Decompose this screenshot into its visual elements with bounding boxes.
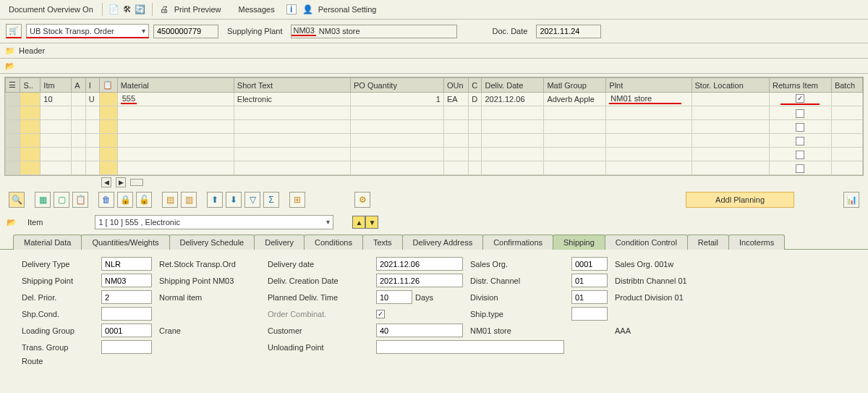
col-material[interactable]: Material [117,78,234,93]
matl-group-cell[interactable] [544,148,606,161]
material-cell[interactable] [117,148,234,161]
tab-retail[interactable]: Retail [687,234,729,250]
row-select-handle[interactable] [6,134,20,148]
returns-item-cell[interactable] [769,148,831,161]
addl-planning-button[interactable]: Addl Planning [686,192,794,208]
chart-icon[interactable]: 📊 [843,192,859,208]
scroll-right-icon[interactable]: ▶ [116,177,126,187]
material-btn-cell[interactable] [99,106,117,120]
stor-loc-cell[interactable] [692,134,769,148]
returns-item-cell[interactable] [769,93,831,106]
short-text-cell[interactable] [234,134,350,148]
a-cell[interactable] [72,134,85,148]
tab-material-data[interactable]: Material Data [13,234,82,250]
scroll-left-icon[interactable]: ◀ [101,177,111,187]
returns-item-cell[interactable] [769,134,831,148]
itm-cell[interactable] [41,161,72,175]
select-all-icon[interactable]: ▦ [35,192,51,208]
batch-cell[interactable] [831,161,862,175]
deliv-date-cell[interactable] [482,148,544,161]
c-cell[interactable] [469,106,482,120]
material-cell[interactable] [117,134,234,148]
itm-cell[interactable] [41,120,72,134]
col-a[interactable]: A [72,78,85,93]
status-cell[interactable] [20,148,41,161]
scroll-config-icon[interactable] [130,179,143,186]
tab-incoterms[interactable]: Incoterms [728,234,785,250]
deliv-creation-date-field[interactable] [376,274,463,287]
layout-icon[interactable]: ⊞ [289,192,305,208]
deselect-all-icon[interactable]: ▢ [54,192,69,208]
material-btn-cell[interactable] [99,148,117,161]
sales-org-field[interactable] [571,257,608,271]
status-cell[interactable] [20,93,41,106]
po-qty-cell[interactable] [350,161,443,175]
shopping-cart-icon[interactable]: 🛒 [6,24,22,38]
material-btn-cell[interactable] [99,93,117,106]
loading-group-field[interactable] [101,324,152,337]
doc-date-field[interactable] [536,25,601,38]
status-cell[interactable] [20,161,41,175]
short-text-cell[interactable]: Electronic [234,93,350,106]
table-row[interactable] [6,120,863,134]
col-stor-loc[interactable]: Stor. Location [692,78,769,93]
table-row[interactable] [6,161,863,175]
sort-asc-icon[interactable]: ⬆ [207,192,223,208]
returns-item-cell[interactable] [769,161,831,175]
tab-quantities-weights[interactable]: Quantities/Weights [81,234,169,250]
po-qty-cell[interactable]: 1 [350,93,443,106]
c-cell[interactable] [469,120,482,134]
lock-icon[interactable]: 🔒 [117,192,133,208]
item-next-button[interactable]: ▼ [365,216,378,229]
tab-confirmations[interactable]: Confirmations [482,234,553,250]
sum-icon[interactable]: Σ [263,192,279,208]
status-cell[interactable] [20,120,41,134]
stor-loc-cell[interactable] [692,106,769,120]
itm-cell[interactable] [41,148,72,161]
col-plnt[interactable]: Plnt [606,78,692,93]
short-text-cell[interactable] [234,161,350,175]
col-oun[interactable]: OUn [443,78,468,93]
del-prior-field[interactable] [101,290,152,304]
detail2-icon[interactable]: ▥ [181,192,197,208]
delete-icon[interactable]: 🗑 [98,192,114,208]
col-batch[interactable]: Batch [831,78,862,93]
a-cell[interactable] [72,161,85,175]
info-icon[interactable]: i [286,4,297,14]
batch-cell[interactable] [831,120,862,134]
tab-texts[interactable]: Texts [362,234,403,250]
deliv-date-cell[interactable] [482,120,544,134]
order-number-field[interactable] [153,25,218,38]
delivery-type-field[interactable] [101,257,152,271]
oun-cell[interactable] [443,106,468,120]
col-po-qty[interactable]: PO Quantity [350,78,443,93]
matl-group-cell[interactable]: Adverb Apple [544,93,606,106]
col-itm[interactable]: Itm [41,78,72,93]
returns-item-cell[interactable] [769,120,831,134]
matl-group-cell[interactable] [544,161,606,175]
material-cell[interactable]: 555 [117,93,234,106]
order-combinat-checkbox[interactable] [376,310,385,318]
filter-icon[interactable]: ▽ [244,192,260,208]
matl-group-cell[interactable] [544,120,606,134]
returns-item-checkbox[interactable] [796,164,804,173]
shp-cond-field[interactable] [101,307,152,321]
print-preview-button[interactable]: Print Preview [171,4,224,15]
i-cell[interactable]: U [85,93,99,106]
i-cell[interactable] [85,148,99,161]
row-select-handle[interactable] [6,120,20,134]
item-folder-icon[interactable]: 📂 [6,216,17,228]
printer-icon[interactable]: 🖨 [158,4,170,15]
refresh-icon[interactable]: 🔄 [135,4,146,15]
tab-shipping[interactable]: Shipping [553,234,605,250]
unloading-point-field[interactable] [376,340,564,354]
a-cell[interactable] [72,93,85,106]
personal-setting-button[interactable]: Personal Setting [315,4,380,15]
c-cell[interactable] [469,134,482,148]
table-row[interactable] [6,148,863,161]
row-select-handle[interactable] [6,106,20,120]
document-overview-toggle[interactable]: Document Overview On [6,4,96,15]
folder-open-icon[interactable]: 📂 [4,60,16,72]
material-cell[interactable] [117,120,234,134]
trans-group-field[interactable] [101,340,152,354]
